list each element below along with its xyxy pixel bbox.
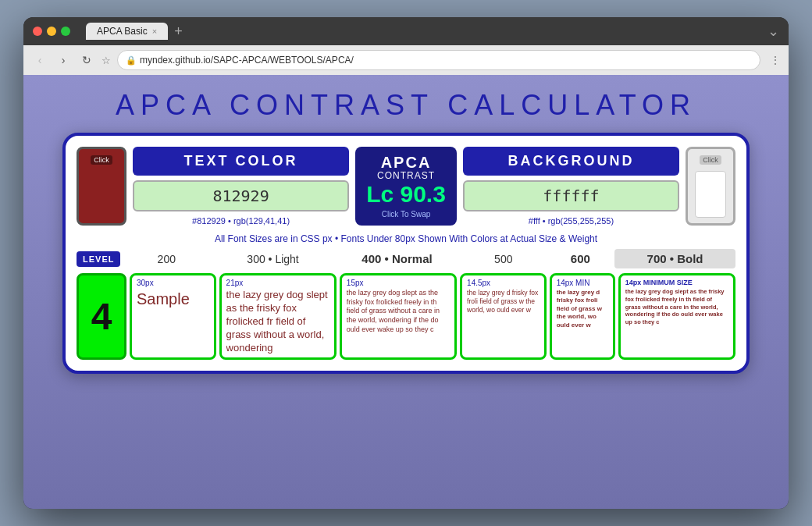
text-color-detail: #812929 • rgb(129,41,41)	[133, 216, 349, 226]
tab-label: APCA Basic	[97, 26, 148, 37]
bg-swatch-click-label: Click	[700, 155, 721, 165]
text-color-panel: TEXT COLOR #812929 • rgb(129,41,41)	[133, 147, 349, 226]
level-badge: LEVEL	[77, 251, 120, 267]
lc-value: Lc 90.3	[366, 181, 446, 207]
browser-window: APCA Basic × + ⌄ ‹ › ↻ ☆ 🔒 myndex.github…	[23, 17, 789, 509]
minimize-button[interactable]	[47, 27, 56, 36]
bg-color-swatch[interactable]: Click	[686, 147, 735, 226]
sample-cell-700: 14px MINIMUM SIZE the lazy grey dog slep…	[618, 273, 735, 360]
bg-color-input[interactable]	[463, 180, 679, 211]
level-row: LEVEL 200 300 • Light 400 • Normal 500 6…	[77, 249, 735, 268]
lock-icon: 🔒	[126, 55, 137, 66]
close-button[interactable]	[33, 27, 42, 36]
tab-close-button[interactable]: ×	[152, 27, 157, 36]
browser-toolbar: ‹ › ↻ ☆ 🔒 myndex.github.io/SAPC-APCA/WEB…	[23, 45, 789, 75]
sample-cell-400: 15px the lazy grey dog slept as the fris…	[340, 273, 457, 360]
sample-size-300: 21px	[226, 279, 329, 287]
sample-text-400: the lazy grey dog slept as the frisky fo…	[347, 289, 450, 334]
new-tab-button[interactable]: +	[171, 23, 186, 40]
bg-panel: BACKGROUND #fff • rgb(255,255,255)	[463, 147, 679, 226]
text-swatch-click-label: Click	[91, 155, 112, 165]
col-header-600: 600	[550, 249, 611, 268]
sample-cell-300: 21px the lazy grey dog slept as the fris…	[219, 273, 337, 360]
sample-cell-200: 30px Sample	[130, 273, 216, 360]
sample-text-600: the lazy grey d frisky fox froli field o…	[557, 289, 608, 329]
sample-text-300: the lazy grey dog slept as the frisky fo…	[226, 289, 329, 354]
browser-titlebar: APCA Basic × + ⌄	[23, 17, 789, 45]
sample-size-600: 14px MIN	[557, 279, 608, 287]
sample-size-200: 30px	[137, 279, 209, 287]
text-color-input[interactable]	[133, 180, 349, 211]
sample-text-700: the lazy grey dog slept as the frisky fo…	[625, 288, 728, 326]
bg-label: BACKGROUND	[463, 147, 679, 176]
col-header-200: 200	[123, 250, 209, 268]
settings-icon[interactable]: ⋮	[770, 54, 781, 66]
window-menu-icon[interactable]: ⌄	[767, 23, 779, 40]
page-content: APCA CONTRAST CALCULATOR Click TEXT COLO…	[23, 75, 789, 509]
bg-color-detail: #fff • rgb(255,255,255)	[463, 216, 679, 226]
sample-text-200: Sample	[137, 289, 209, 309]
back-button[interactable]: ‹	[31, 52, 48, 68]
info-line: All Font Sizes are in CSS px • Fonts Und…	[77, 233, 735, 244]
col-header-500: 500	[461, 250, 547, 268]
top-row: Click TEXT COLOR #812929 • rgb(129,41,41…	[77, 147, 735, 226]
apca-contrast-panel: APCA CONTRAST Lc 90.3 Click To Swap	[355, 147, 457, 226]
contrast-label: CONTRAST	[377, 170, 435, 181]
address-text: myndex.github.io/SAPC-APCA/WEBTOOLS/APCA…	[140, 55, 354, 66]
sample-size-500: 14.5px	[467, 279, 540, 287]
active-tab[interactable]: APCA Basic ×	[86, 23, 168, 40]
col-header-300: 300 • Light	[212, 250, 333, 268]
text-color-label: TEXT COLOR	[133, 147, 349, 176]
page-title: APCA CONTRAST CALCULATOR	[116, 89, 696, 122]
level-number: 4	[77, 273, 126, 360]
address-bar[interactable]: 🔒 myndex.github.io/SAPC-APCA/WEBTOOLS/AP…	[117, 50, 760, 70]
refresh-button[interactable]: ↻	[78, 52, 95, 68]
calculator-card: Click TEXT COLOR #812929 • rgb(129,41,41…	[62, 133, 750, 374]
col-header-400: 400 • Normal	[337, 249, 458, 268]
sample-cell-600: 14px MIN the lazy grey d frisky fox frol…	[550, 273, 615, 360]
traffic-lights	[33, 27, 70, 36]
sample-size-400: 15px	[347, 279, 450, 287]
sample-size-700: 14px MINIMUM SIZE	[625, 279, 728, 286]
text-color-swatch[interactable]: Click	[77, 147, 126, 226]
tab-bar: APCA Basic × +	[86, 23, 761, 40]
bookmark-icon[interactable]: ☆	[102, 55, 111, 66]
swap-button[interactable]: Click To Swap	[382, 210, 431, 219]
forward-button[interactable]: ›	[55, 52, 72, 68]
sample-text-500: the lazy grey d frisky fox froli field o…	[467, 289, 540, 315]
apca-label: APCA	[381, 155, 432, 170]
sample-cell-500: 14.5px the lazy grey d frisky fox froli …	[460, 273, 547, 360]
col-header-700: 700 • Bold	[614, 249, 735, 268]
fullscreen-button[interactable]	[61, 27, 70, 36]
sample-row: 4 30px Sample 21px the lazy grey dog sle…	[77, 273, 735, 360]
